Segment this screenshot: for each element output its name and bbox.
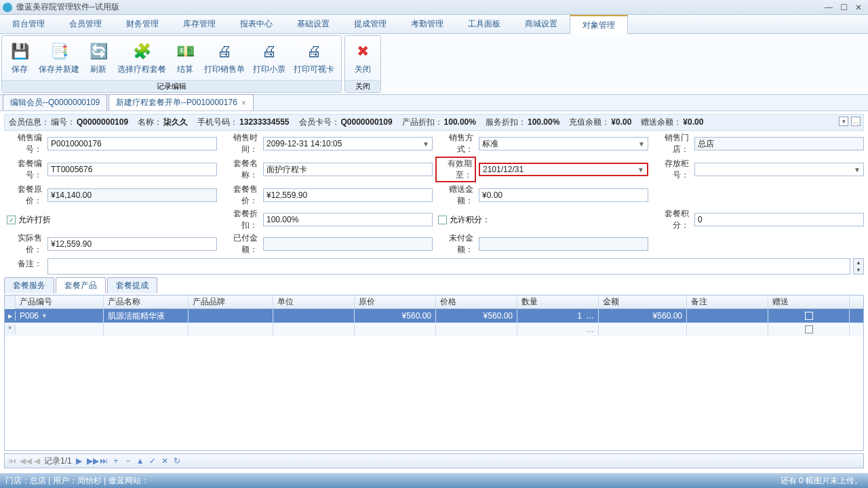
orig-price-input: ¥14,140.00 (47, 188, 217, 202)
ribbon-btn-刷新[interactable]: 🔄刷新 (83, 37, 113, 79)
chevron-down-icon[interactable]: ▼ (637, 166, 644, 174)
ribbon-btn-结算[interactable]: 💵结算 (170, 37, 200, 79)
paid-input (263, 237, 433, 251)
info-detail-icon[interactable]: … (851, 117, 861, 126)
pkg-no-input[interactable]: TT0005676 (47, 163, 217, 176)
ribbon: 💾保存📑保存并新建🔄刷新🧩选择疗程套餐💵结算🖨打印销售单🖨打印小票🖨打印可视卡 … (0, 34, 868, 95)
sale-mode-select[interactable]: 标准▼ (479, 137, 648, 150)
form-grid: 销售编号： P0010000176 销售时间： 2099-12-31 14:10… (4, 132, 864, 256)
col-header[interactable]: 产品品牌 (189, 296, 273, 308)
menu-2[interactable]: 财务管理 (114, 15, 171, 33)
ribbon-caption-close: 关闭 (345, 80, 380, 92)
menu-7[interactable]: 考勤管理 (399, 15, 456, 33)
pkg-points-input[interactable]: 0 (694, 213, 864, 226)
remark-spinner[interactable]: ▲▼ (853, 258, 864, 274)
gift-checkbox[interactable] (805, 312, 813, 320)
menu-10[interactable]: 对象管理 (570, 15, 628, 34)
col-header[interactable]: 产品名称 (104, 296, 189, 308)
col-header[interactable]: 备注 (687, 296, 768, 308)
ribbon-btn-打印销售单[interactable]: 🖨打印销售单 (200, 37, 249, 79)
sub-tab-2[interactable]: 套餐提成 (107, 277, 157, 293)
ribbon-icon: 🔄 (87, 41, 109, 62)
unpaid-input (479, 237, 648, 251)
ribbon-icon: 💵 (174, 41, 196, 62)
ribbon-btn-close[interactable]: ✖关闭 (348, 37, 378, 79)
menu-5[interactable]: 基础设置 (285, 15, 342, 33)
menu-1[interactable]: 会员管理 (57, 15, 114, 33)
col-header[interactable]: 原价 (355, 296, 436, 308)
nav-check-icon: ✓ (148, 456, 157, 466)
menu-0[interactable]: 前台管理 (0, 15, 57, 33)
close-button[interactable]: ✕ (852, 3, 865, 12)
chevron-down-icon[interactable]: ▼ (422, 140, 429, 148)
col-header[interactable]: 赠送 (768, 296, 850, 308)
nav-nextpage-icon: ▶▶ (87, 456, 96, 466)
ribbon-btn-保存[interactable]: 💾保存 (5, 37, 35, 79)
sub-tab-0[interactable]: 套餐服务 (4, 277, 54, 293)
col-header[interactable]: 产品编号 (16, 296, 104, 308)
ribbon-icon: 🖨 (258, 41, 280, 62)
ribbon-btn-选择疗程套餐[interactable]: 🧩选择疗程套餐 (113, 37, 170, 79)
info-dropdown-icon[interactable]: ▾ (839, 117, 848, 126)
sale-no-input[interactable]: P0010000176 (47, 137, 217, 150)
nav-last-icon: ⏭ (99, 456, 108, 466)
record-counter: 记录1/1 (44, 455, 72, 467)
nav-add-icon: + (111, 456, 121, 466)
product-grid[interactable]: 产品编号产品名称产品品牌单位原价价格数量金额备注赠送 ▸P006▼肌源活能精华液… (4, 295, 864, 451)
member-info-bar: 会员信息： 编号：Q0000000109名称：柒久久手机号码：132333345… (4, 114, 864, 131)
record-navigator[interactable]: ⏮ ◀◀ ◀ 记录1/1 ▶ ▶▶ ⏭ + − ▲ ✓ ✕ ↻ (4, 453, 864, 468)
allow-points-checkbox[interactable] (438, 216, 447, 224)
status-upload-count: 还有 0 幅图片未上传。 (781, 475, 863, 487)
sale-time-input[interactable]: 2099-12-31 14:10:05▼ (263, 137, 433, 150)
valid-to-input[interactable]: 2101/12/31▼ (479, 163, 648, 176)
document-tabs: 编辑会员--Q0000000109新建疗程套餐开单--P0010000176× (0, 95, 868, 111)
menu-9[interactable]: 商城设置 (513, 15, 570, 33)
menu-6[interactable]: 提成管理 (342, 15, 399, 33)
sale-price-input[interactable]: ¥12,559.90 (263, 188, 433, 202)
ribbon-icon: 💾 (9, 41, 31, 62)
nav-remove-icon: − (123, 456, 133, 466)
nav-edit-icon: ▲ (136, 456, 145, 466)
title-bar: 傲蓝美容院管理软件--试用版 — ☐ ✕ (0, 0, 868, 15)
col-header[interactable]: 金额 (599, 296, 687, 308)
minimize-button[interactable]: — (822, 3, 835, 12)
pkg-discount-input[interactable]: 100.00% (263, 213, 433, 226)
nav-cancel-icon: ✕ (160, 456, 170, 466)
close-icon: ✖ (352, 41, 374, 62)
col-header[interactable]: 价格 (436, 296, 517, 308)
chevron-up-icon: ▲ (854, 259, 863, 266)
col-header[interactable]: 数量 (517, 296, 599, 308)
ribbon-btn-打印小票[interactable]: 🖨打印小票 (249, 37, 290, 79)
nav-prev-icon: ◀ (32, 456, 41, 466)
menu-8[interactable]: 工具面板 (456, 15, 513, 33)
pkg-name-input[interactable]: 面护疗程卡 (263, 163, 433, 176)
ribbon-icon: 📑 (48, 41, 70, 62)
sub-tab-1[interactable]: 套餐产品 (56, 277, 106, 293)
sub-tabs: 套餐服务套餐产品套餐提成 (4, 277, 864, 293)
real-price-input[interactable]: ¥12,559.90 (47, 237, 217, 251)
allow-discount-checkbox[interactable]: ✓ (7, 216, 16, 224)
gift-checkbox[interactable] (805, 325, 813, 333)
table-row-new[interactable]: *… (5, 323, 863, 336)
maximize-button[interactable]: ☐ (837, 3, 850, 12)
col-header[interactable]: 单位 (273, 296, 355, 308)
window-title: 傲蓝美容院管理软件--试用版 (16, 1, 822, 13)
cabinet-select[interactable]: ▼ (694, 163, 864, 176)
menu-3[interactable]: 库存管理 (171, 15, 228, 33)
ribbon-btn-保存并新建[interactable]: 📑保存并新建 (35, 37, 83, 79)
main-menu: 前台管理会员管理财务管理库存管理报表中心基础设置提成管理考勤管理工具面板商城设置… (0, 15, 868, 34)
doc-tab[interactable]: 新建疗程套餐开单--P0010000176× (108, 94, 254, 110)
doc-tab[interactable]: 编辑会员--Q0000000109 (3, 94, 107, 110)
menu-4[interactable]: 报表中心 (228, 15, 285, 33)
ribbon-group-edit: 💾保存📑保存并新建🔄刷新🧩选择疗程套餐💵结算🖨打印销售单🖨打印小票🖨打印可视卡 … (1, 35, 342, 93)
chevron-down-icon[interactable]: ▼ (638, 140, 645, 148)
app-logo-icon (3, 3, 12, 12)
tab-close-icon[interactable]: × (241, 98, 246, 108)
chevron-down-icon[interactable]: ▼ (854, 166, 861, 174)
remark-input[interactable] (47, 258, 850, 274)
ribbon-icon: 🖨 (303, 41, 325, 62)
table-row[interactable]: ▸P006▼肌源活能精华液¥560.00¥560.001 …¥560.00 (5, 309, 863, 323)
ribbon-btn-打印可视卡[interactable]: 🖨打印可视卡 (290, 37, 338, 79)
nav-next-icon: ▶ (75, 456, 84, 466)
gift-amount-input[interactable]: ¥0.00 (479, 188, 648, 202)
